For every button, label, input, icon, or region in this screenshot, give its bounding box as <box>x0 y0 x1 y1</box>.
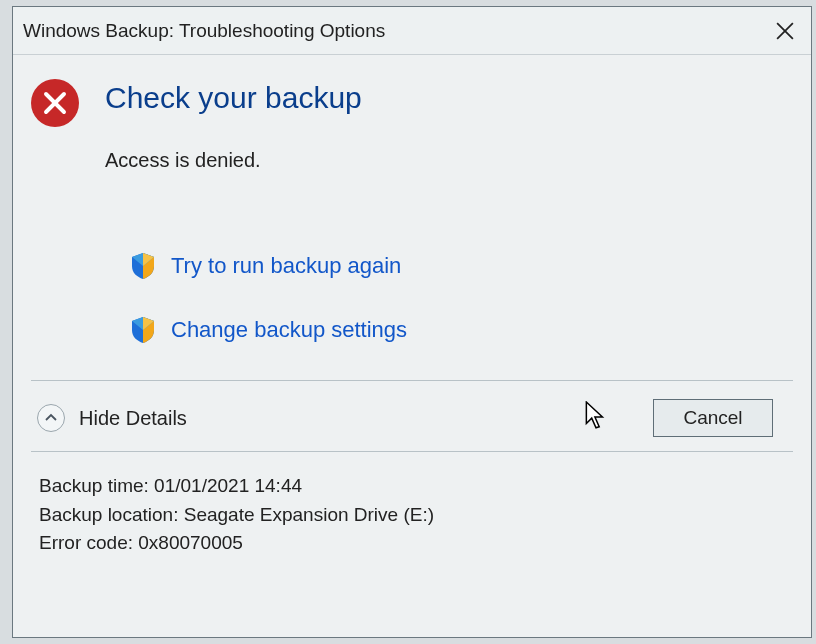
shield-icon <box>131 316 155 344</box>
backup-time-label: Backup time <box>39 475 154 496</box>
titlebar: Windows Backup: Troubleshooting Options <box>13 7 811 55</box>
error-icon <box>31 79 79 127</box>
backup-time-value: 01/01/2021 14:44 <box>154 475 302 496</box>
backup-location-value: Seagate Expansion Drive (E:) <box>184 504 434 525</box>
cancel-button[interactable]: Cancel <box>653 399 773 437</box>
details-toggle-label: Hide Details <box>79 407 653 430</box>
close-icon <box>776 22 794 40</box>
change-settings-label: Change backup settings <box>171 317 407 343</box>
toggle-details-button[interactable] <box>37 404 65 432</box>
details-block: Backup time01/01/2021 14:44 Backup locat… <box>31 452 793 558</box>
shield-icon <box>131 252 155 280</box>
dialog-body: Check your backup Access is denied. Try … <box>13 55 811 558</box>
dialog-message: Access is denied. <box>105 149 793 172</box>
header-row: Check your backup <box>31 79 793 127</box>
dialog-window: Windows Backup: Troubleshooting Options … <box>12 6 812 638</box>
chevron-up-icon <box>45 412 57 424</box>
actions-list: Try to run backup again Change backup se… <box>131 252 793 344</box>
backup-location-row: Backup locationSeagate Expansion Drive (… <box>39 501 785 530</box>
close-button[interactable] <box>765 11 805 51</box>
retry-backup-link[interactable]: Try to run backup again <box>131 252 793 280</box>
error-code-value: 0x80070005 <box>138 532 243 553</box>
details-bar: Hide Details Cancel <box>31 391 793 445</box>
separator <box>31 380 793 381</box>
cancel-label: Cancel <box>683 407 742 429</box>
retry-backup-label: Try to run backup again <box>171 253 401 279</box>
change-settings-link[interactable]: Change backup settings <box>131 316 793 344</box>
dialog-heading: Check your backup <box>105 81 362 114</box>
backup-location-label: Backup location <box>39 504 184 525</box>
error-code-row: Error code0x80070005 <box>39 529 785 558</box>
window-title: Windows Backup: Troubleshooting Options <box>23 20 765 42</box>
error-code-label: Error code <box>39 532 138 553</box>
backup-time-row: Backup time01/01/2021 14:44 <box>39 472 785 501</box>
